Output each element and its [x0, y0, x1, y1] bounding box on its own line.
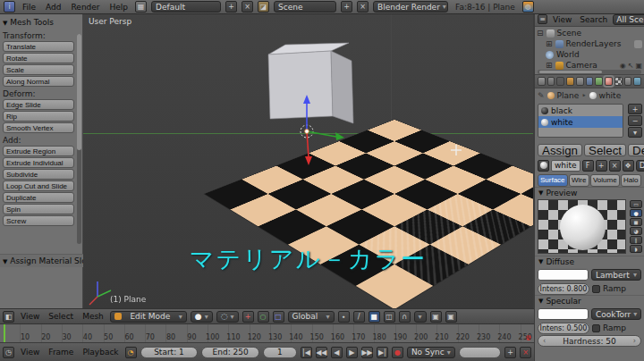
pivot-point-select[interactable]: ◌▾ — [216, 311, 239, 323]
previous-keyframe-button[interactable]: ◀◀ — [316, 347, 327, 358]
menu-view[interactable]: View — [18, 312, 42, 321]
specular-shader-select[interactable]: CookTorr▾ — [591, 308, 641, 320]
sync-mode-select[interactable]: No Sync▾ — [407, 347, 455, 358]
menu-select[interactable]: Select — [46, 312, 76, 321]
outliner-menu-search[interactable]: Search — [577, 15, 610, 24]
insert-keyframe-button[interactable]: + — [504, 347, 516, 358]
extrude-individual-button[interactable]: Extrude Individual — [3, 157, 74, 168]
pin-icon[interactable]: ✎ — [538, 91, 545, 100]
restrict-render-icon[interactable]: ▣ — [635, 62, 642, 70]
diffuse-shader-select[interactable]: Lambert▾ — [591, 269, 641, 281]
preview-panel-header[interactable]: ▼Preview — [535, 187, 644, 198]
menu-view-timeline[interactable]: View — [18, 348, 42, 357]
duplicate-button[interactable]: Duplicate — [3, 192, 74, 203]
browse-material-button[interactable] — [538, 160, 549, 172]
outliner-filter-select[interactable]: All Scenes — [613, 14, 644, 25]
type-surface-button[interactable]: Surface — [538, 174, 568, 187]
slider-right-arrow-icon[interactable]: › — [633, 337, 636, 345]
render-layer-toggle-icon[interactable] — [634, 40, 642, 48]
mode-select[interactable]: Edit Mode▾ — [110, 311, 187, 323]
viewport-3d[interactable]: User Persp — [83, 14, 533, 308]
material-name-field[interactable]: white — [551, 160, 580, 172]
diffuse-ramp-checkbox[interactable] — [592, 285, 600, 293]
start-frame-field[interactable]: Start: 1 — [140, 347, 199, 358]
vertex-select-mode-button[interactable]: ∙ — [338, 311, 350, 323]
tab-world-icon[interactable] — [556, 77, 564, 86]
restrict-view-icon[interactable]: ◉ — [620, 62, 626, 70]
current-frame-field[interactable]: 1 — [263, 347, 297, 358]
current-frame-marker[interactable] — [4, 324, 5, 342]
play-button[interactable]: ▶ — [346, 347, 358, 358]
face-select-mode-button[interactable]: ■ — [369, 311, 380, 323]
screen-layout-icon[interactable]: ▦ — [135, 1, 147, 13]
play-reverse-button[interactable]: ◀ — [331, 347, 343, 358]
subdivide-button[interactable]: Subdivide — [3, 169, 74, 180]
manipulator-translate-toggle[interactable]: + — [242, 311, 254, 323]
specular-panel-header[interactable]: ▼Specular — [535, 295, 644, 306]
breadcrumb-object[interactable]: Plane — [557, 91, 580, 100]
outliner-scrollbar[interactable] — [538, 70, 641, 74]
tab-physics-icon[interactable] — [633, 77, 641, 86]
manipulator-rotate-toggle[interactable]: ○ — [258, 311, 269, 323]
diffuse-panel-header[interactable]: ▼Diffuse — [535, 256, 644, 267]
specular-intensity-slider[interactable]: Intens: 0.500 — [538, 323, 589, 334]
close-scene-button[interactable]: × — [357, 1, 369, 13]
menu-file[interactable]: File — [20, 3, 38, 12]
jump-to-start-button[interactable]: |◀ — [301, 347, 312, 358]
menu-mesh[interactable]: Mesh — [80, 312, 106, 321]
outliner-menu-view[interactable]: View — [550, 15, 574, 24]
expand-icon[interactable]: ⊟ — [537, 29, 544, 38]
tab-object-data-icon[interactable] — [595, 77, 603, 86]
assign-button[interactable]: Assign — [538, 144, 582, 156]
timeline-ruler[interactable]: 1020304050607080901001101201301401501601… — [0, 324, 534, 343]
editor-type-info-icon[interactable]: i — [4, 1, 15, 13]
tab-scene-icon[interactable] — [547, 77, 555, 86]
rotate-button[interactable]: Rotate — [3, 53, 74, 63]
type-halo-button[interactable]: Halo — [621, 174, 641, 187]
preview-cube-button[interactable]: ◼ — [630, 218, 642, 226]
editor-type-timeline-icon[interactable]: ◷ — [3, 347, 14, 358]
tab-material-icon[interactable] — [605, 77, 613, 86]
tool-shelf-scrollbar[interactable] — [77, 34, 81, 244]
limit-to-visible-button[interactable]: ◫ — [384, 311, 395, 323]
record-button[interactable]: ● — [392, 347, 403, 358]
snap-element-select[interactable]: ▾ — [414, 311, 427, 323]
deselect-button[interactable]: Deselect — [628, 144, 644, 156]
menu-frame[interactable]: Frame — [46, 348, 76, 357]
preview-hair-button[interactable]: ∥ — [630, 236, 642, 244]
preview-sky-button[interactable]: ◗ — [630, 245, 642, 253]
edge-select-mode-button[interactable]: / — [353, 311, 365, 323]
menu-render[interactable]: Render — [69, 3, 103, 12]
select-button[interactable]: Select — [584, 144, 626, 156]
add-layout-button[interactable]: + — [225, 1, 237, 13]
tab-particles-icon[interactable] — [624, 77, 632, 86]
remove-slot-button[interactable]: − — [628, 115, 642, 126]
render-opengl-button[interactable]: ▣ — [430, 311, 442, 323]
add-slot-button[interactable]: + — [628, 104, 642, 114]
type-volume-button[interactable]: Volume — [590, 174, 620, 187]
use-preview-range-toggle[interactable]: ◔ — [125, 347, 137, 358]
along-normal-button[interactable]: Along Normal — [3, 76, 74, 87]
add-scene-button[interactable]: + — [341, 1, 352, 13]
assign-material-slot-panel-header[interactable]: ▼ Assign Material Slot — [0, 254, 83, 267]
preview-sphere-button[interactable]: ● — [630, 209, 642, 217]
delete-keyframe-button[interactable]: × — [520, 347, 531, 358]
rip-button[interactable]: Rip — [3, 111, 74, 122]
diffuse-intensity-slider[interactable]: Intens: 0.800 — [538, 283, 589, 295]
link-data-select[interactable]: Da▾ — [636, 160, 644, 172]
menu-playback[interactable]: Playback — [80, 348, 121, 357]
snap-magnet-toggle[interactable]: ∩ — [399, 311, 411, 323]
spin-button[interactable]: Spin — [3, 204, 74, 214]
use-nodes-button[interactable]: ❖ — [623, 160, 634, 172]
mesh-tools-panel-header[interactable]: ▼ Mesh Tools — [3, 16, 74, 29]
scene-select[interactable]: Scene — [274, 1, 336, 13]
breadcrumb-material[interactable]: white — [599, 91, 622, 100]
tab-constraints-icon[interactable] — [576, 77, 584, 86]
edge-slide-button[interactable]: Edge Slide — [3, 99, 74, 110]
slot-specials-button[interactable]: ▾ — [628, 127, 642, 138]
hardness-slider[interactable]: ‹ Hardness: 50 › — [538, 335, 641, 347]
extrude-region-button[interactable]: Extrude Region — [3, 146, 74, 156]
render-engine-select[interactable]: Blender Render▾ — [373, 1, 448, 13]
tab-render-icon[interactable] — [538, 77, 546, 86]
slider-left-arrow-icon[interactable]: ‹ — [543, 337, 546, 345]
